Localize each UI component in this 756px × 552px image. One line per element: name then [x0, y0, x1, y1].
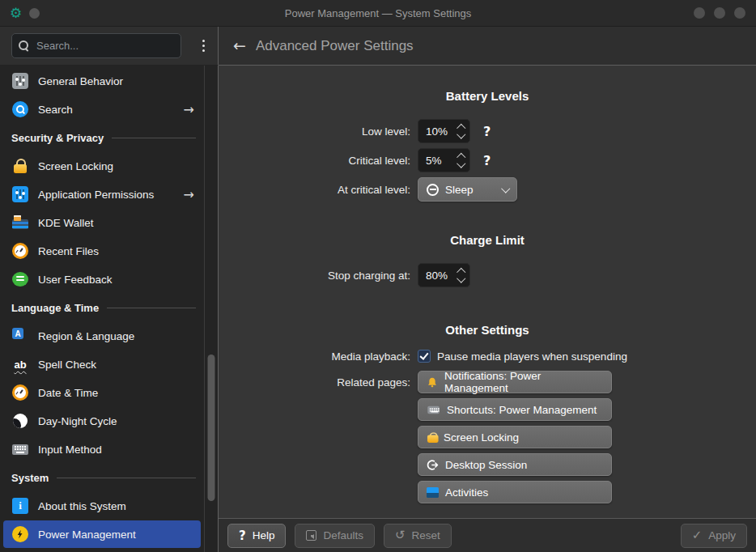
sidebar-item-region-language[interactable]: A Region & Language	[3, 322, 201, 350]
contextual-help-button[interactable]: ?	[483, 124, 491, 139]
defaults-icon	[306, 530, 316, 541]
combobox-value: Sleep	[445, 184, 474, 196]
stop-charging-label: Stop charging at:	[219, 270, 410, 282]
window-pin-button[interactable]	[29, 8, 40, 19]
help-button-label: Help	[253, 529, 275, 541]
sidebar-item-label: Date & Time	[38, 387, 98, 399]
related-button-label: Shortcuts: Power Management	[447, 404, 597, 416]
related-activities-button[interactable]: Activities	[418, 481, 612, 503]
sidebar-item-label: Day-Night Cycle	[38, 415, 117, 427]
reset-button-label: Reset	[412, 529, 440, 541]
sidebar-item-spell-check[interactable]: ab Spell Check	[3, 350, 201, 378]
related-desktop-session-button[interactable]: Desktop Session	[418, 453, 612, 476]
section-label: Language & Time	[11, 302, 99, 314]
sidebar-item-kde-wallet[interactable]: KDE Wallet	[3, 209, 201, 236]
spinbox-down-button[interactable]	[457, 159, 465, 168]
toolbar: ← Advanced Power Settings	[0, 27, 756, 66]
sidebar-item-label: Region & Language	[38, 330, 134, 342]
related-notifications-button[interactable]: Notifications: Power Management	[418, 371, 612, 393]
sidebar-section-language-time: Language & Time	[3, 294, 201, 321]
related-pages-row: Related pages: Notifications: Power Mana…	[219, 371, 756, 503]
apply-button[interactable]: ✓ Apply	[681, 524, 747, 548]
window-body: General Behavior Search → Security & Pri…	[0, 66, 756, 552]
sidebar-item-screen-locking[interactable]: Screen Locking	[3, 152, 201, 180]
back-button[interactable]: ←	[233, 38, 246, 53]
sidebar-item-day-night-cycle[interactable]: Day-Night Cycle	[3, 407, 201, 435]
critical-level-row: Critical level: 5% ?	[219, 148, 756, 172]
minimize-button[interactable]	[694, 7, 705, 19]
search-input[interactable]	[35, 39, 174, 53]
pause-media-checkbox-label[interactable]: Pause media players when suspending	[437, 350, 627, 363]
related-screen-locking-button[interactable]: Screen Locking	[418, 426, 612, 448]
overflow-menu-button[interactable]	[199, 36, 209, 56]
titlebar: ⚙ Power Management — System Settings	[0, 0, 756, 27]
sidebar-item-general-behavior[interactable]: General Behavior	[3, 67, 201, 95]
sleep-icon	[427, 184, 439, 196]
defaults-button-label: Defaults	[323, 529, 363, 541]
info-icon: i	[12, 498, 28, 514]
stop-charging-spinbox[interactable]: 80%	[418, 263, 470, 287]
sidebar-item-user-feedback[interactable]: User Feedback	[3, 265, 201, 293]
maximize-button[interactable]	[714, 7, 725, 19]
clock-icon	[12, 243, 28, 259]
reset-button[interactable]: ↺ Reset	[384, 524, 452, 548]
at-critical-level-combobox[interactable]: Sleep	[418, 177, 517, 202]
app-icon: ⚙	[10, 6, 22, 20]
at-critical-level-label: At critical level:	[219, 184, 410, 196]
pause-media-checkbox[interactable]	[418, 350, 431, 363]
search-icon	[12, 101, 28, 117]
keyboard-icon	[12, 444, 28, 455]
critical-level-spinbox[interactable]: 5%	[418, 148, 470, 172]
low-level-spinbox[interactable]: 10%	[418, 119, 470, 143]
battery-levels-heading: Battery Levels	[219, 89, 756, 103]
chevron-down-icon	[501, 184, 510, 193]
sidebar-item-about-this-system[interactable]: i About this System	[3, 492, 201, 520]
help-button[interactable]: ? Help	[227, 524, 286, 548]
clock-icon	[12, 384, 28, 401]
activities-icon	[427, 487, 439, 498]
titlebar-left: ⚙	[10, 6, 40, 20]
sliders-icon	[12, 186, 28, 202]
media-playback-row: Media playback: Pause media players when…	[219, 350, 756, 363]
sidebar-scrollbar[interactable]	[204, 66, 218, 552]
charge-limit-heading: Charge Limit	[219, 233, 756, 247]
contextual-help-button[interactable]: ?	[483, 153, 491, 168]
related-button-label: Screen Locking	[444, 431, 519, 444]
related-pages-label: Related pages:	[219, 371, 410, 389]
sidebar-list: General Behavior Search → Security & Pri…	[0, 66, 204, 552]
scrollbar-thumb[interactable]	[208, 355, 215, 501]
low-level-row: Low level: 10% ?	[219, 119, 756, 143]
power-bolt-icon	[12, 526, 28, 542]
other-settings-heading: Other Settings	[219, 323, 756, 337]
sidebar-section-system: System	[3, 464, 201, 491]
footer-bar: ? Help Defaults ↺ Reset ✓ Apply	[219, 518, 756, 552]
related-pages-list: Notifications: Power Management Shortcut…	[418, 371, 756, 503]
defaults-button[interactable]: Defaults	[295, 524, 375, 548]
sidebar-item-date-time[interactable]: Date & Time	[3, 379, 201, 406]
related-button-label: Notifications: Power Management	[444, 370, 603, 394]
sidebar-item-input-method[interactable]: Input Method	[3, 435, 201, 463]
chevron-right-icon: →	[184, 187, 194, 202]
section-divider	[112, 138, 196, 138]
related-button-label: Activities	[445, 486, 488, 499]
spinbox-value: 10%	[426, 125, 458, 138]
sidebar-item-label: KDE Wallet	[38, 217, 94, 229]
check-icon: ✓	[692, 529, 703, 541]
related-shortcuts-button[interactable]: Shortcuts: Power Management	[418, 398, 612, 421]
spinbox-down-button[interactable]	[457, 130, 465, 138]
main-panel: Battery Levels Low level: 10% ?	[219, 66, 756, 552]
chevron-right-icon: →	[184, 102, 194, 117]
question-icon: ?	[239, 529, 246, 543]
section-divider	[57, 478, 196, 478]
spinbox-down-button[interactable]	[457, 274, 465, 282]
sidebar-section-security-privacy: Security & Privacy	[3, 124, 201, 151]
sidebar-item-recent-files[interactable]: Recent Files	[3, 237, 201, 265]
sidebar-item-power-management[interactable]: Power Management	[3, 520, 201, 548]
search-box[interactable]	[11, 33, 181, 58]
lock-icon	[427, 432, 436, 443]
close-button[interactable]	[734, 7, 745, 19]
sidebar-item-application-permissions[interactable]: Application Permissions →	[3, 180, 201, 208]
sidebar-item-search[interactable]: Search →	[3, 96, 201, 123]
translate-icon: A	[12, 328, 23, 339]
window-controls	[694, 7, 745, 19]
